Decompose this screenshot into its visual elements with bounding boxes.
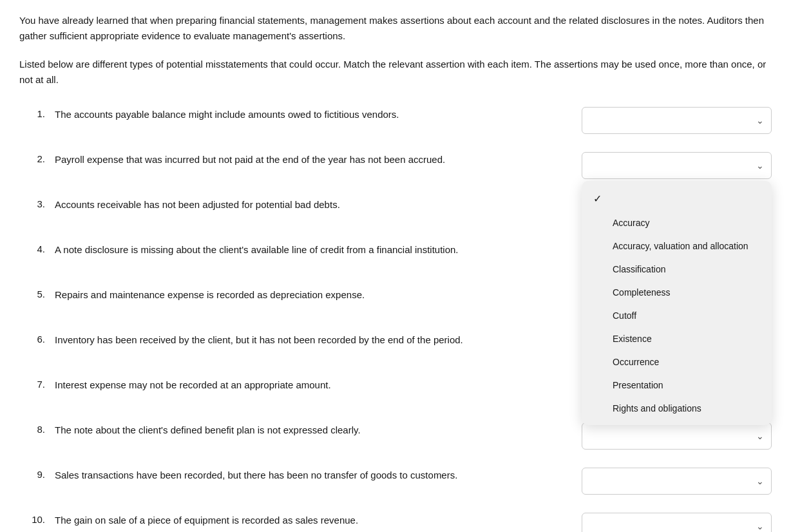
question-text-4: A note disclosure is missing about the c… (55, 242, 493, 257)
dropdown-option-classification[interactable]: Classification (582, 258, 772, 281)
question-number-9: 9. (19, 468, 55, 480)
dropdown-option-completeness[interactable]: Completeness (582, 281, 772, 304)
dropdown-wrapper-10: Accuracy Accuracy, valuation and allocat… (582, 513, 772, 532)
question-number-8: 8. (19, 423, 55, 435)
dropdown-wrapper-8: Accuracy Accuracy, valuation and allocat… (582, 423, 772, 450)
dropdown-wrapper-9: Accuracy Accuracy, valuation and allocat… (582, 468, 772, 495)
question-text-5: Repairs and maintenance expense is recor… (55, 287, 493, 302)
question-text-2: Payroll expense that was incurred but no… (55, 152, 493, 167)
dropdown-option-existence[interactable]: Existence (582, 327, 772, 350)
question-number-7: 7. (19, 377, 55, 390)
dropdown-option-rights-obligations[interactable]: Rights and obligations (582, 397, 772, 420)
dropdown-open-menu[interactable]: ✓ Accuracy Accuracy, valuation and alloc… (582, 181, 772, 425)
question-text-1: The accounts payable balance might inclu… (55, 107, 493, 122)
question-text-9: Sales transactions have been recorded, b… (55, 468, 493, 482)
dropdown-wrapper-1: Accuracy Accuracy, valuation and allocat… (582, 107, 772, 134)
question-text-10: The gain on sale of a piece of equipment… (55, 513, 493, 527)
dropdown-option-accuracy-valuation[interactable]: Accuracy, valuation and allocation (582, 234, 772, 258)
question-row-6: 6. Inventory has been received by the cl… (19, 332, 772, 359)
question-number-6: 6. (19, 332, 55, 345)
dropdown-2[interactable]: Accuracy Accuracy, valuation and allocat… (582, 152, 772, 179)
question-text-3: Accounts receivable has not been adjuste… (55, 197, 493, 212)
question-number-3: 3. (19, 197, 55, 209)
question-number-1: 1. (19, 107, 55, 119)
dropdown-9[interactable]: Accuracy Accuracy, valuation and allocat… (582, 468, 772, 495)
dropdown-option-cutoff[interactable]: Cutoff (582, 304, 772, 327)
dropdown-wrapper-2: Accuracy Accuracy, valuation and allocat… (582, 152, 772, 179)
dropdown-option-presentation[interactable]: Presentation (582, 374, 772, 397)
question-number-4: 4. (19, 242, 55, 254)
dropdown-1[interactable]: Accuracy Accuracy, valuation and allocat… (582, 107, 772, 134)
intro-paragraph-1: You have already learned that when prepa… (19, 13, 772, 44)
question-row-2: 2. Payroll expense that was incurred but… (19, 152, 772, 179)
question-number-2: 2. (19, 152, 55, 164)
dropdown-wrapper-6: ✓ Accuracy Accuracy, valuation and alloc… (582, 332, 772, 359)
dropdown-8[interactable]: Accuracy Accuracy, valuation and allocat… (582, 423, 772, 450)
dropdown-option-check[interactable]: ✓ (582, 186, 772, 211)
question-row-10: 10. The gain on sale of a piece of equip… (19, 513, 772, 532)
question-row-8: 8. The note about the client's defined b… (19, 423, 772, 450)
dropdown-10[interactable]: Accuracy Accuracy, valuation and allocat… (582, 513, 772, 532)
question-text-6: Inventory has been received by the clien… (55, 332, 493, 347)
question-text-7: Interest expense may not be recorded at … (55, 377, 493, 392)
questions-container: 1. The accounts payable balance might in… (19, 107, 772, 532)
question-number-10: 10. (19, 513, 55, 525)
question-row-1: 1. The accounts payable balance might in… (19, 107, 772, 134)
question-text-8: The note about the client's defined bene… (55, 423, 493, 437)
question-number-5: 5. (19, 287, 55, 299)
dropdown-option-occurrence[interactable]: Occurrence (582, 350, 772, 374)
checkmark-icon: ✓ (593, 193, 606, 205)
question-row-9: 9. Sales transactions have been recorded… (19, 468, 772, 495)
dropdown-option-accuracy[interactable]: Accuracy (582, 211, 772, 234)
intro-paragraph-2: Listed below are different types of pote… (19, 57, 772, 88)
